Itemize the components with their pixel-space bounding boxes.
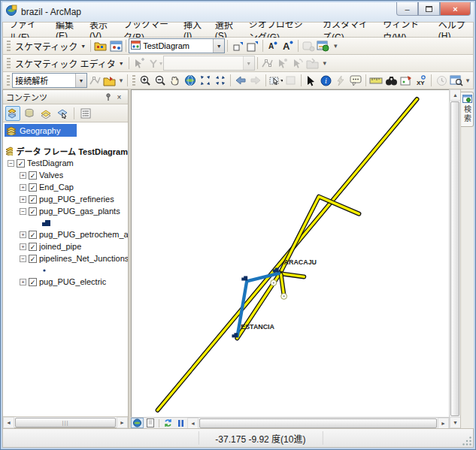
layer-row-pug_PUG_gas_plants[interactable]: −✓pug_PUG_gas_plants bbox=[3, 205, 128, 217]
diagram-combobox[interactable]: TestDiagram ▼ bbox=[129, 38, 225, 53]
restore-button[interactable] bbox=[418, 2, 440, 16]
pause-drawing-icon[interactable] bbox=[174, 418, 187, 428]
zoom-out-icon[interactable] bbox=[153, 73, 168, 88]
data-frame-row[interactable]: データ フレーム TestDiagram bbox=[3, 144, 128, 157]
measure-ruler-icon[interactable] bbox=[368, 73, 384, 88]
layer-row-pug_PUG_refineries[interactable]: +✓pug_PUG_refineries bbox=[3, 193, 128, 205]
update-diagram-button[interactable] bbox=[301, 38, 316, 53]
layer-checkbox[interactable]: ✓ bbox=[29, 231, 37, 239]
minimize-button[interactable]: – bbox=[396, 2, 418, 16]
increase-font-button[interactable]: A bbox=[280, 38, 296, 53]
layer-row-pug_PUG_petrochem_a[interactable]: +✓pug_PUG_petrochem_a bbox=[3, 228, 128, 240]
toolbar-overflow-button[interactable]: ▾ bbox=[464, 79, 471, 83]
scroll-left-button[interactable]: ◄ bbox=[3, 417, 14, 428]
layer-checkbox[interactable]: ✓ bbox=[29, 171, 37, 180]
layer-row-joined_pipe[interactable]: +✓joined_pipe bbox=[3, 240, 128, 252]
close-icon[interactable]: × bbox=[114, 92, 125, 103]
toolbar-overflow-button[interactable]: ▾ bbox=[117, 79, 125, 83]
scrollbar-thumb[interactable] bbox=[199, 418, 437, 428]
pin-icon[interactable] bbox=[102, 92, 114, 103]
open-trace-button[interactable] bbox=[102, 73, 117, 88]
decrease-font-button[interactable]: A bbox=[265, 38, 280, 53]
layer-row-Valves[interactable]: +✓Valves bbox=[3, 169, 128, 181]
layer-row-pipelines_Net_Junctions[interactable]: −✓pipelines_Net_Junctions bbox=[3, 252, 128, 264]
toolbar-grip[interactable] bbox=[7, 58, 11, 69]
forward-extent-icon[interactable] bbox=[248, 73, 263, 88]
split-tool-button[interactable] bbox=[147, 56, 163, 71]
select-large-frame-button[interactable] bbox=[245, 38, 260, 53]
toolbar-grip[interactable] bbox=[7, 75, 10, 86]
title-bar[interactable]: brazil - ArcMap – × bbox=[2, 2, 474, 22]
layer-checkbox[interactable]: ✓ bbox=[29, 183, 37, 192]
toolbar-grip[interactable] bbox=[132, 75, 135, 86]
toc-options-button[interactable] bbox=[78, 106, 93, 121]
map-view[interactable]: ARACAJUESTANCIA bbox=[131, 89, 449, 417]
expand-icon[interactable]: + bbox=[20, 279, 26, 285]
list-by-source-button[interactable] bbox=[22, 106, 37, 121]
list-by-selection-button[interactable] bbox=[55, 106, 70, 121]
expand-icon[interactable]: + bbox=[20, 243, 26, 250]
toc-item-geography[interactable]: Geography bbox=[5, 124, 77, 137]
scroll-down-button[interactable]: ▼ bbox=[450, 417, 461, 428]
scrollbar-thumb[interactable]: ||| bbox=[15, 418, 116, 427]
edit-vertices-button[interactable] bbox=[260, 56, 275, 71]
collapse-icon[interactable]: − bbox=[20, 208, 26, 215]
toolbar-grip[interactable] bbox=[7, 41, 11, 52]
viewer-window-icon[interactable] bbox=[449, 73, 464, 88]
refresh-icon[interactable] bbox=[162, 418, 174, 428]
save-edits-button[interactable] bbox=[305, 56, 320, 71]
editor-target-combobox[interactable]: ▼ bbox=[163, 56, 255, 71]
toc-horizontal-scrollbar[interactable]: ◄ ||| ► bbox=[3, 416, 128, 427]
time-slider-icon[interactable] bbox=[434, 73, 449, 88]
xy-tool-icon[interactable]: XY bbox=[414, 73, 429, 88]
layer-row-TestDiagram[interactable]: −✓TestDiagram bbox=[3, 157, 128, 169]
full-extent-globe-icon[interactable] bbox=[183, 73, 198, 88]
trace-tool-button[interactable] bbox=[87, 73, 102, 88]
data-view-button[interactable] bbox=[131, 418, 144, 428]
gas-plant-marker[interactable] bbox=[232, 333, 238, 337]
move-element-button[interactable] bbox=[275, 56, 290, 71]
zoom-in-icon[interactable] bbox=[138, 73, 153, 88]
fixed-zoom-out-icon[interactable] bbox=[213, 73, 228, 88]
expand-icon[interactable]: + bbox=[20, 196, 26, 203]
expand-icon[interactable]: + bbox=[20, 172, 26, 179]
layer-row-End_Cap[interactable]: +✓End_Cap bbox=[3, 181, 128, 193]
layout-view-button[interactable] bbox=[144, 418, 156, 428]
collapse-icon[interactable]: − bbox=[8, 160, 14, 167]
schematic-diagram-window-button[interactable] bbox=[108, 38, 123, 53]
scroll-right-button[interactable]: ► bbox=[117, 417, 128, 428]
trace-task-dropdown[interactable]: ▼ bbox=[75, 74, 86, 87]
html-popup-icon[interactable] bbox=[348, 73, 363, 88]
schematic-menu-button[interactable]: スケマティック▼ bbox=[13, 40, 88, 53]
layer-row-pug_PUG_electric[interactable]: +✓pug_PUG_electric bbox=[3, 276, 128, 288]
rotate-element-button[interactable] bbox=[290, 56, 305, 71]
select-features-button[interactable] bbox=[268, 73, 283, 88]
map-horizontal-scrollbar[interactable]: ◄ ► bbox=[187, 418, 449, 429]
schematic-viewer-button[interactable] bbox=[316, 38, 331, 53]
layer-checkbox[interactable]: ✓ bbox=[29, 278, 37, 286]
hyperlink-lightning-icon[interactable] bbox=[333, 73, 348, 88]
clear-selection-button[interactable] bbox=[283, 73, 299, 88]
list-by-drawing-order-button[interactable] bbox=[5, 106, 20, 121]
select-small-frame-button[interactable] bbox=[230, 38, 245, 53]
diagram-combobox-dropdown[interactable]: ▼ bbox=[213, 39, 224, 53]
layer-checkbox[interactable]: ✓ bbox=[29, 255, 37, 263]
close-button[interactable]: × bbox=[440, 2, 471, 16]
schematic-editor-menu-button[interactable]: スケマティック エディタ▼ bbox=[13, 57, 126, 70]
find-binoculars-icon[interactable] bbox=[384, 73, 399, 88]
search-window-tab[interactable]: 検索 bbox=[461, 92, 474, 127]
expand-icon[interactable]: + bbox=[20, 231, 26, 238]
scroll-right-button[interactable]: ► bbox=[438, 418, 449, 429]
open-schematic-diagram-button[interactable] bbox=[93, 38, 108, 53]
select-elements-arrow-icon[interactable] bbox=[303, 73, 318, 88]
collapse-icon[interactable]: − bbox=[20, 255, 26, 262]
expand-icon[interactable]: + bbox=[20, 184, 26, 191]
scrollbar-thumb[interactable] bbox=[450, 101, 459, 416]
pan-hand-icon[interactable] bbox=[168, 73, 183, 88]
scroll-up-button[interactable]: ▲ bbox=[450, 89, 461, 101]
scroll-left-button[interactable]: ◄ bbox=[187, 418, 199, 429]
layer-checkbox[interactable]: ✓ bbox=[29, 243, 37, 251]
list-by-visibility-button[interactable] bbox=[38, 106, 53, 121]
trace-task-combobox[interactable]: 接続解析 ▼ bbox=[12, 73, 87, 88]
go-to-xy-icon[interactable] bbox=[399, 73, 414, 88]
